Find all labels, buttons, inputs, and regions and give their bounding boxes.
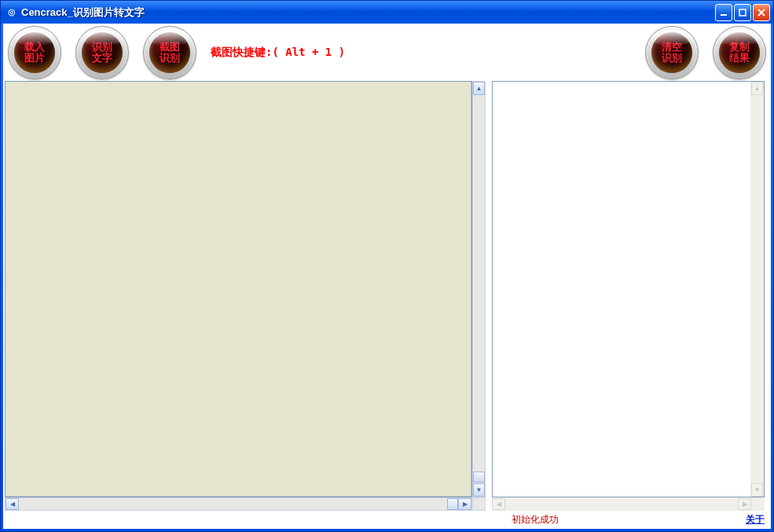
maximize-button[interactable] (734, 4, 751, 21)
recognize-text-label: 识别 文字 (92, 42, 112, 64)
scroll-up-icon[interactable]: ▲ (473, 82, 485, 95)
load-image-label: 载入 图片 (24, 42, 45, 64)
scroll-left-icon[interactable]: ◀ (6, 498, 19, 510)
result-scroll-up-icon[interactable]: ▲ (751, 82, 763, 95)
scroll-down-icon[interactable]: ▼ (473, 483, 485, 497)
scroll-grip-icon[interactable] (473, 471, 485, 482)
screenshot-recognize-label: 截图 识别 (160, 42, 180, 64)
status-message: 初始化成功 (324, 513, 746, 526)
result-vscrollbar[interactable]: ▲ ▼ (750, 82, 764, 497)
image-pane: ▲ ▼ ◀ ▶ (5, 81, 486, 511)
image-canvas[interactable] (6, 82, 471, 497)
application-window: ◎ Cencrack_识别图片转文字 载入 图片 识别 文字 截图 识别 (0, 0, 774, 532)
scroll-hgrip-icon[interactable] (447, 498, 458, 510)
result-scroll-corner (751, 497, 765, 511)
copy-result-button[interactable]: 复制 结果 (713, 26, 766, 79)
copy-result-label: 复制 结果 (729, 42, 750, 64)
toolbar: 载入 图片 识别 文字 截图 识别 截图快捷键:( Alt + 1 ) 清空 识… (3, 24, 771, 81)
result-textarea[interactable] (493, 82, 750, 497)
svg-rect-1 (739, 9, 746, 16)
scroll-right-icon[interactable]: ▶ (458, 498, 471, 510)
scroll-corner (472, 497, 486, 511)
result-hscrollbar[interactable]: ◀ ▶ (492, 497, 751, 511)
about-link[interactable]: 关于 (746, 513, 765, 526)
minimize-button[interactable] (715, 4, 732, 21)
recognize-text-button[interactable]: 识别 文字 (75, 26, 129, 79)
image-hscrollbar[interactable]: ◀ ▶ (5, 497, 472, 511)
statusbar: 初始化成功 关于 (3, 511, 771, 529)
result-viewport: ▲ ▼ (492, 81, 765, 497)
clear-recognition-button[interactable]: 清空 识别 (645, 26, 699, 79)
svg-rect-0 (721, 14, 727, 16)
titlebar[interactable]: ◎ Cencrack_识别图片转文字 (1, 1, 773, 24)
result-pane: ▲ ▼ ◀ ▶ (492, 81, 765, 511)
result-scroll-down-icon[interactable]: ▼ (751, 483, 763, 497)
result-scroll-right-icon[interactable]: ▶ (738, 498, 751, 510)
load-image-button[interactable]: 载入 图片 (8, 26, 61, 79)
client-area: 载入 图片 识别 文字 截图 识别 截图快捷键:( Alt + 1 ) 清空 识… (3, 24, 771, 529)
content-area: ▲ ▼ ◀ ▶ (3, 81, 771, 511)
screenshot-recognize-button[interactable]: 截图 识别 (143, 26, 196, 79)
app-icon: ◎ (6, 6, 18, 19)
image-vscrollbar[interactable]: ▲ ▼ (472, 81, 486, 497)
clear-recognition-label: 清空 识别 (662, 42, 682, 64)
close-button[interactable] (753, 4, 770, 21)
window-title: Cencrack_识别图片转文字 (21, 6, 715, 20)
shortcut-hint: 截图快捷键:( Alt + 1 ) (211, 46, 345, 60)
window-controls (715, 4, 770, 21)
result-scroll-left-icon[interactable]: ◀ (492, 498, 505, 510)
image-viewport (5, 81, 472, 497)
